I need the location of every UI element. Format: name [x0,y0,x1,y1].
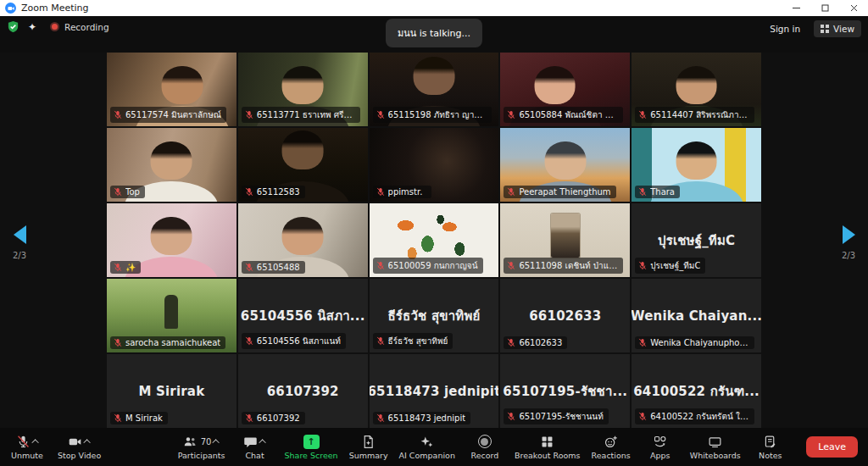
participant-nametag: 65100059 กนกกาญจน์ [373,258,483,274]
participant-tile[interactable]: 65111098 เดชินท์ ป่าแดงดี [500,203,630,277]
participant-label: sarocha samaichukeat [125,338,220,347]
breakout-rooms-button[interactable]: Breakout Rooms [515,428,581,466]
participant-nametag: Peerapat Thiengthum [504,186,615,198]
summary-button[interactable]: Summary [349,428,388,466]
notes-button[interactable]: Notes [752,428,789,466]
recording-indicator[interactable]: Recording [50,22,109,32]
view-grid-icon [821,25,829,33]
chat-options-caret[interactable] [259,439,265,446]
participant-tile[interactable]: 65115198 ภัทธิรา ญาณสูตร [370,53,499,126]
participant-nametag: 65115198 ภัทธิรา ญาณสูตร [373,107,492,123]
muted-mic-icon [507,187,515,197]
participant-tile[interactable]: Wenika Chaiyan... Wenika Chaiyanuphong [632,279,761,352]
participant-label: 65105488 [257,263,300,272]
apps-button[interactable]: Apps [642,428,679,466]
participants-options-caret[interactable] [213,439,220,446]
participant-tile[interactable]: ธีร์ธวัช สุขาทิพย์ ธีร์ธวัช สุขาทิพย์ [370,279,499,352]
unmute-button[interactable]: Unmute [8,428,46,466]
stop-video-button[interactable]: Stop Video [58,428,101,466]
participant-tile[interactable]: ppimstr._ [370,128,499,202]
muted-mic-icon [376,187,385,197]
record-button[interactable]: Record [466,428,504,466]
muted-mic-icon [507,261,515,270]
participant-nametag: 65105884 พัณณ์ชิตา ทวีตา [504,107,623,123]
muted-mic-icon [507,412,515,421]
participant-tile[interactable]: Peerapat Thiengthum [500,128,630,202]
muted-mic-icon [114,187,122,197]
recording-label: Recording [64,22,109,32]
breakout-rooms-icon [540,435,554,449]
participant-label: 65104556 นิสภาแนท์ [257,335,341,347]
muted-mic-icon [376,336,385,346]
reactions-button[interactable]: Reactions [592,428,631,466]
participant-tile[interactable]: Top [107,128,236,202]
participant-tile[interactable]: 65105488 [238,203,368,277]
participant-label: Thara [650,187,675,197]
participant-tile[interactable]: 65114407 สิริพรรณิภา เต็งรัง [632,53,761,126]
participant-label: Peerapat Thiengthum [519,187,610,197]
participant-label: 66107392 [257,413,300,423]
participant-tile[interactable]: M Sirirak M Sirirak [107,354,236,428]
gallery-next-page[interactable]: 2/3 [836,225,861,260]
ai-companion-status-icon[interactable]: ✦ [28,21,36,33]
zoom-meeting-window: Zoom Meeting ✦ Recording มนน is talking.… [0,0,868,466]
participants-button[interactable]: 70 Participants [178,428,225,466]
muted-mic-icon [245,336,253,346]
participant-tile[interactable]: 66107392 66107392 [238,354,368,428]
participant-tile[interactable]: 65100059 กนกกาญจน์ [370,203,499,277]
participant-tile[interactable]: 65117574 มินตราลักษณ์ [107,53,236,126]
participant-tile[interactable]: 66102633 66102633 [500,279,630,352]
encryption-shield-icon[interactable] [7,20,19,33]
participants-count: 70 [201,437,212,447]
participant-nametag: 65107195-รัชชานนท์ [504,408,608,424]
participant-tile[interactable]: 65113771 ธราเทพ ศรีสุวรรณ [238,53,368,126]
close-button[interactable] [839,0,868,16]
participant-nametag: 65104556 นิสภาแนท์ [242,333,346,349]
participant-nametag: 65113771 ธราเทพ ศรีสุวรรณ [242,107,361,123]
participant-tile[interactable]: 65104556 นิสภา... 65104556 นิสภาแนท์ [238,279,368,352]
gallery-prev-page[interactable]: 2/3 [7,225,32,260]
prev-arrow-icon [14,225,26,244]
sign-in-button[interactable]: Sign in [763,20,807,37]
participant-label: 65111098 เดชินท์ ป่าแดงดี [519,259,618,272]
participant-tile[interactable]: 65107195-รัชชา... 65107195-รัชชานนท์ [500,354,630,428]
participant-tile[interactable]: ปุรเชษฐ์_ทีมC ปุรเชษฐ์_ทีมC [632,203,761,277]
maximize-button[interactable] [810,0,839,16]
participant-tile[interactable]: sarocha samaichukeat [107,279,236,352]
muted-mic-icon [114,110,122,119]
participant-nametag: 66107392 [242,412,305,424]
participant-nametag: ปุรเชษฐ์_ทีมC [635,258,705,274]
participant-label: Wenika Chaiyanuphong [650,338,749,347]
chat-button[interactable]: Chat [236,428,274,466]
participant-label: 65117574 มินตราลักษณ์ [125,108,221,121]
muted-mic-icon [638,261,647,270]
meeting-header: ✦ Recording มนน is talking... Sign in Vi… [0,16,868,53]
muted-mic-icon [245,413,253,423]
participant-tile[interactable]: 64100522 กรันฑ... 64100522 กรันทรัตน์ ให… [632,354,761,428]
minimize-button[interactable] [782,0,810,16]
participant-nametag: 66102633 [504,336,567,349]
unmute-options-caret[interactable] [31,439,38,446]
view-button[interactable]: View [814,20,861,37]
page-indicator: 2/3 [7,251,32,260]
video-options-caret[interactable] [83,439,90,446]
participant-tile[interactable]: 65118473 jednipit 65118473 jednipit [370,354,499,428]
ai-companion-button[interactable]: AI Companion [399,428,455,466]
muted-mic-icon [638,338,647,347]
participant-label: M Sirirak [125,413,163,423]
participant-nametag: Top [110,186,145,198]
participant-tile[interactable]: Thara [632,128,761,202]
muted-mic-icon [638,187,647,197]
muted-mic-icon [245,110,253,119]
notes-icon [763,435,777,449]
participant-label: 65118473 jednipit [388,413,466,423]
participant-tile[interactable]: 65112583 [238,128,368,202]
share-screen-button[interactable]: ↑ Share Screen [285,428,338,466]
leave-button[interactable]: Leave [806,436,858,458]
whiteboards-button[interactable]: Whiteboards [690,428,741,466]
participant-tile[interactable]: ✨ [107,203,236,277]
muted-mic-icon [376,261,385,270]
participant-label: ปุรเชษฐ์_ทีมC [650,259,700,272]
participant-tile[interactable]: 65105884 พัณณ์ชิตา ทวีตา [500,53,630,126]
record-icon [478,435,492,448]
